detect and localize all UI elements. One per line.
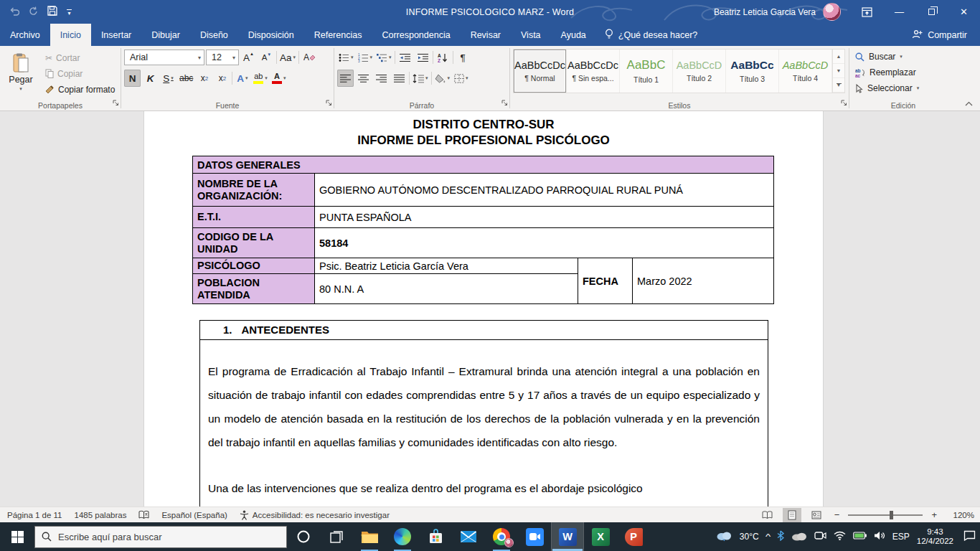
increase-indent-button[interactable] [415, 49, 431, 66]
meet-now-icon[interactable] [814, 531, 826, 542]
eti-value-cell[interactable]: PUNTA ESPAÑOLA [315, 207, 774, 228]
text-effects-button[interactable]: A▾ [234, 70, 250, 87]
taskbar-mail[interactable] [452, 522, 485, 551]
org-value-cell[interactable]: GOBIERNO AUTÓNOMO DESCENTRALIZADO PARROQ… [315, 174, 774, 207]
tab-dibujar[interactable]: Dibujar [141, 24, 190, 46]
customize-qat-icon[interactable]: ▾ [67, 9, 72, 15]
battery-icon[interactable] [853, 532, 867, 542]
word-count[interactable]: 1485 palabras [75, 511, 127, 519]
taskbar-store[interactable] [419, 522, 452, 551]
taskbar-powerpoint[interactable]: P [617, 522, 650, 551]
tab-archivo[interactable]: Archivo [0, 24, 50, 46]
shading-button[interactable]: ▾ [433, 70, 452, 87]
document-page[interactable]: DISTRITO CENTRO-SUR INFORME DEL PROFESIO… [143, 111, 824, 507]
style-sin-espaciado[interactable]: AaBbCcDc ¶ Sin espa... [567, 50, 620, 93]
taskbar-word[interactable]: W [551, 522, 584, 551]
style-titulo-3[interactable]: AaBbCc Título 3 [726, 50, 779, 93]
copy-button[interactable]: Copiar [43, 67, 117, 80]
task-view-button[interactable] [320, 522, 353, 551]
styles-scroll-down-icon[interactable]: ▼ [833, 64, 844, 78]
style-normal[interactable]: AaBbCcDc ¶ Normal [514, 50, 567, 93]
style-titulo-2[interactable]: AaBbCcD Título 2 [673, 50, 726, 93]
subscript-button[interactable]: x2 [196, 70, 212, 87]
decrease-indent-button[interactable] [397, 49, 413, 66]
font-color-button[interactable]: A▾ [270, 70, 288, 87]
superscript-button[interactable]: x2 [214, 70, 230, 87]
styles-scroll-up-icon[interactable]: ▲ [833, 50, 844, 64]
sort-button[interactable]: AZ [435, 49, 451, 66]
underline-button[interactable]: S▾ [160, 70, 176, 87]
ribbon-display-options-icon[interactable] [851, 0, 883, 24]
borders-button[interactable]: ▾ [453, 70, 470, 87]
tab-insertar[interactable]: Insertar [91, 24, 141, 46]
account-name[interactable]: Beatriz Leticia Garcia Vera [714, 7, 816, 17]
share-button[interactable]: Compartir [899, 24, 980, 46]
clipboard-dialog-launcher-icon[interactable] [113, 96, 119, 109]
style-titulo-1[interactable]: AaBbC Título 1 [620, 50, 673, 93]
save-icon[interactable] [47, 6, 57, 19]
cortana-button[interactable] [287, 522, 320, 551]
paste-button[interactable]: Pegar ▾ [3, 49, 39, 96]
tab-vista[interactable]: Vista [511, 24, 551, 46]
strikethrough-button[interactable]: abc [178, 70, 194, 87]
psicologo-label-cell[interactable]: PSICÓLOGO [193, 258, 315, 274]
web-layout-icon[interactable] [807, 508, 826, 522]
tray-expand-icon[interactable]: ^ [765, 532, 771, 541]
zoom-slider[interactable] [848, 514, 923, 516]
minimize-button[interactable]: — [883, 0, 915, 24]
tell-me-box[interactable]: ¿Qué desea hacer? [596, 24, 707, 46]
align-right-button[interactable] [373, 70, 390, 87]
find-button[interactable]: Buscar ▾ [852, 50, 954, 64]
taskbar-zoom[interactable] [518, 522, 551, 551]
poblacion-label-cell[interactable]: POBLACION ATENDIDA [193, 274, 315, 304]
keyboard-language[interactable]: ESP [892, 532, 910, 542]
taskbar-search[interactable] [34, 526, 287, 548]
onedrive-icon[interactable] [791, 531, 807, 543]
styles-dialog-launcher-icon[interactable] [841, 96, 847, 109]
tab-disposicion[interactable]: Disposición [238, 24, 304, 46]
select-button[interactable]: Seleccionar ▾ [852, 81, 954, 95]
redo-icon[interactable] [29, 6, 38, 19]
avatar[interactable] [823, 3, 841, 21]
proofing-icon[interactable] [138, 510, 149, 519]
table-title-cell[interactable]: DATOS GENERALES [193, 156, 774, 174]
tab-referencias[interactable]: Referencias [304, 24, 372, 46]
print-layout-icon[interactable] [783, 508, 801, 522]
antecedentes-heading[interactable]: 1. ANTECEDENTES [200, 321, 768, 340]
taskbar-chrome[interactable] [485, 522, 518, 551]
taskbar-excel[interactable]: X [584, 522, 617, 551]
align-center-button[interactable] [355, 70, 372, 87]
zoom-level[interactable]: 120% [946, 511, 974, 519]
show-paragraph-marks-button[interactable]: ¶ [455, 49, 471, 66]
numbering-button[interactable]: 123▾ [357, 49, 374, 66]
search-input[interactable] [58, 532, 280, 542]
language-indicator[interactable]: Español (España) [161, 511, 227, 519]
clock[interactable]: 9:43 12/4/2022 [917, 527, 953, 547]
multilevel-list-button[interactable]: ▾ [375, 49, 393, 66]
tab-revisar[interactable]: Revisar [461, 24, 511, 46]
tab-ayuda[interactable]: Ayuda [551, 24, 596, 46]
styles-more-icon[interactable]: ▼ [833, 78, 844, 93]
read-mode-icon[interactable] [758, 508, 777, 522]
restore-button[interactable] [915, 0, 948, 24]
bold-button[interactable]: N [124, 70, 141, 87]
fecha-label-cell[interactable]: FECHA [578, 258, 633, 304]
wifi-icon[interactable] [834, 531, 846, 542]
taskbar-file-explorer[interactable] [353, 522, 386, 551]
bullets-button[interactable]: ▾ [337, 49, 355, 66]
weather-icon[interactable] [715, 529, 732, 544]
font-size-select[interactable]: 12▾ [206, 50, 239, 65]
format-painter-button[interactable]: Copiar formato [43, 83, 117, 96]
antecedentes-body[interactable]: El programa de Erradicación al Trabajo I… [200, 340, 768, 500]
taskbar-edge[interactable] [386, 522, 419, 551]
style-titulo-4[interactable]: AaBbCcD Título 4 [779, 50, 832, 93]
poblacion-value-cell[interactable]: 80 N.N. A [315, 274, 578, 304]
org-label-cell[interactable]: NOMBRE DE LA ORGANIZACIÓN: [193, 174, 315, 207]
font-dialog-launcher-icon[interactable] [326, 96, 332, 109]
italic-button[interactable]: K [142, 70, 159, 87]
cut-button[interactable]: ✂ Cortar [43, 51, 117, 65]
highlight-color-button[interactable]: ab▾ [252, 70, 269, 87]
undo-icon[interactable] [9, 6, 19, 19]
codigo-label-cell[interactable]: CODIGO DE LA UNIDAD [193, 228, 315, 258]
bluetooth-icon[interactable] [777, 530, 784, 543]
